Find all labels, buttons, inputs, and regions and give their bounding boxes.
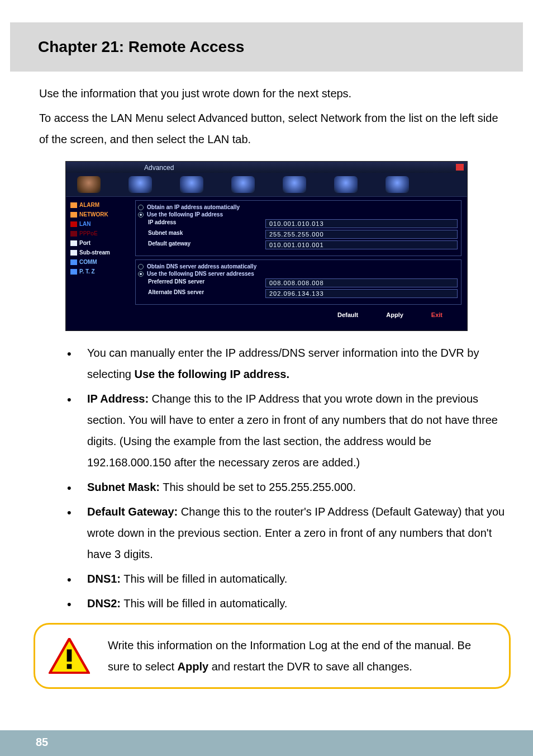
ptz-icon bbox=[70, 269, 77, 275]
lan-icon bbox=[70, 221, 77, 227]
bullet-item: Default Gateway: Change this to the rout… bbox=[67, 501, 516, 565]
bullet-bold: DNS2: bbox=[87, 597, 121, 609]
sidebar-item-label: COMM bbox=[79, 259, 97, 265]
sidebar-item-label: NETWORK bbox=[79, 211, 108, 218]
bullet-item: You can manually enter the IP address/DN… bbox=[67, 342, 516, 385]
row-ip-address: IP address 010.001.010.013 bbox=[148, 219, 458, 228]
sidebar-item-lan[interactable]: LAN bbox=[68, 219, 131, 229]
sidebar-item-label: PPPoE bbox=[79, 230, 98, 237]
radio-label: Obtain an IP address automatically bbox=[147, 204, 240, 210]
sidebar-item-label: P. T. Z bbox=[79, 268, 95, 275]
label-alternate-dns: Alternate DNS server bbox=[148, 289, 265, 298]
radio-icon bbox=[138, 205, 144, 210]
window-title: Advanced bbox=[66, 162, 467, 173]
sidebar-item-label: Sub-stream bbox=[79, 249, 110, 256]
intro-paragraphs: Use the information that you just wrote … bbox=[0, 83, 533, 150]
button-row: Default Apply Exit bbox=[135, 308, 461, 325]
radio-label: Use the following DNS server addresses bbox=[147, 271, 254, 277]
label-subnet-mask: Subnet mask bbox=[148, 230, 265, 239]
chapter-title: Chapter 21: Remote Access bbox=[38, 38, 506, 56]
chapter-header: Chapter 21: Remote Access bbox=[10, 22, 523, 72]
settings-panel: Obtain an IP address automatically Use t… bbox=[133, 197, 467, 330]
radio-obtain-dns-auto[interactable]: Obtain DNS server address automatically bbox=[138, 263, 458, 270]
substream-icon bbox=[70, 250, 77, 256]
toolbar-icon-1[interactable] bbox=[77, 176, 101, 193]
input-subnet-mask[interactable]: 255.255.255.000 bbox=[265, 230, 458, 239]
input-alternate-dns[interactable]: 202.096.134.133 bbox=[265, 289, 458, 298]
toolbar-icon-7[interactable] bbox=[386, 176, 409, 193]
sidebar-item-label: LAN bbox=[79, 221, 91, 227]
bullet-text: This will be filled in automatically. bbox=[121, 573, 287, 585]
ip-fieldset: Obtain an IP address automatically Use t… bbox=[135, 200, 461, 256]
row-alternate-dns: Alternate DNS server 202.096.134.133 bbox=[148, 289, 458, 298]
intro-p1: Use the information that you just wrote … bbox=[39, 83, 499, 104]
bullet-item: IP Address: Change this to the IP Addres… bbox=[67, 388, 516, 473]
bullet-bold: Default Gateway: bbox=[87, 505, 178, 518]
warning-icon bbox=[49, 638, 90, 674]
intro-p2: To access the LAN Menu select Advanced b… bbox=[39, 107, 499, 150]
bullet-bold: Use the following IP address. bbox=[135, 368, 289, 380]
sidebar-item-pppoe[interactable]: PPPoE bbox=[68, 229, 131, 238]
row-default-gateway: Default gateway 010.001.010.001 bbox=[148, 240, 458, 249]
page-footer: 85 bbox=[0, 730, 533, 756]
bullet-text: This should be set to 255.255.255.000. bbox=[160, 481, 356, 493]
label-default-gateway: Default gateway bbox=[148, 240, 265, 249]
bullet-list: You can manually enter the IP address/DN… bbox=[0, 342, 533, 614]
port-icon bbox=[70, 240, 77, 246]
default-button[interactable]: Default bbox=[332, 310, 364, 319]
sidebar-item-network[interactable]: NETWORK bbox=[68, 210, 131, 219]
input-ip-address[interactable]: 010.001.010.013 bbox=[265, 219, 458, 228]
pppoe-icon bbox=[70, 231, 77, 237]
sidebar-item-alarm[interactable]: ALARM bbox=[68, 200, 131, 210]
callout-text-post: and restart the DVR to save all changes. bbox=[208, 660, 412, 673]
apply-button[interactable]: Apply bbox=[380, 310, 409, 319]
radio-icon bbox=[138, 212, 144, 218]
warning-callout: Write this information on the Informatio… bbox=[34, 623, 511, 689]
label-preferred-dns: Preferred DNS server bbox=[148, 278, 265, 287]
input-preferred-dns[interactable]: 008.008.008.008 bbox=[265, 278, 458, 287]
sidebar-item-label: Port bbox=[79, 240, 91, 246]
label-ip-address: IP address bbox=[148, 219, 265, 228]
toolbar-icon-2[interactable] bbox=[129, 176, 152, 193]
row-preferred-dns: Preferred DNS server 008.008.008.008 bbox=[148, 278, 458, 287]
sidebar-item-port[interactable]: Port bbox=[68, 238, 131, 248]
radio-icon bbox=[138, 264, 144, 270]
dvr-screenshot: Advanced ALARM NETWORK LAN PPPoE Port Su… bbox=[65, 161, 468, 331]
row-subnet-mask: Subnet mask 255.255.255.000 bbox=[148, 230, 458, 239]
bullet-bold: DNS1: bbox=[87, 573, 121, 585]
sidebar-item-comm[interactable]: COMM bbox=[68, 257, 131, 267]
sidebar-item-ptz[interactable]: P. T. Z bbox=[68, 267, 131, 276]
bullet-item: DNS2: This will be filled in automatical… bbox=[67, 593, 516, 614]
toolbar-icon-3[interactable] bbox=[180, 176, 203, 193]
radio-use-following-ip[interactable]: Use the following IP address bbox=[138, 211, 458, 218]
bullet-bold: Subnet Mask: bbox=[87, 481, 160, 493]
radio-icon bbox=[138, 271, 144, 277]
bullet-text: Change this to the IP Address that you w… bbox=[87, 393, 498, 469]
input-default-gateway[interactable]: 010.001.010.001 bbox=[265, 240, 458, 249]
toolbar bbox=[66, 173, 467, 197]
bullet-item: DNS1: This will be filled in automatical… bbox=[67, 568, 516, 589]
callout-text-bold: Apply bbox=[178, 660, 209, 673]
radio-obtain-ip-auto[interactable]: Obtain an IP address automatically bbox=[138, 204, 458, 210]
bullet-item: Subnet Mask: This should be set to 255.2… bbox=[67, 476, 516, 498]
sidebar: ALARM NETWORK LAN PPPoE Port Sub-stream … bbox=[66, 197, 133, 330]
toolbar-icon-4[interactable] bbox=[231, 176, 255, 193]
bullet-bold: IP Address: bbox=[87, 393, 149, 405]
exit-button[interactable]: Exit bbox=[426, 310, 448, 319]
radio-label: Use the following IP address bbox=[147, 211, 223, 218]
alarm-icon bbox=[70, 202, 77, 208]
toolbar-icon-6[interactable] bbox=[334, 176, 358, 193]
radio-label: Obtain DNS server address automatically bbox=[147, 263, 256, 270]
bullet-text: This will be filled in automatically. bbox=[121, 597, 287, 609]
dns-fieldset: Obtain DNS server address automatically … bbox=[135, 259, 461, 305]
close-icon[interactable] bbox=[456, 164, 464, 171]
svg-rect-1 bbox=[67, 649, 72, 662]
svg-rect-2 bbox=[67, 664, 72, 669]
network-icon bbox=[70, 212, 77, 218]
page-number: 85 bbox=[36, 736, 48, 749]
sidebar-item-substream[interactable]: Sub-stream bbox=[68, 248, 131, 257]
radio-use-following-dns[interactable]: Use the following DNS server addresses bbox=[138, 271, 458, 277]
sidebar-item-label: ALARM bbox=[79, 202, 99, 208]
comm-icon bbox=[70, 259, 77, 265]
toolbar-icon-5[interactable] bbox=[283, 176, 306, 193]
